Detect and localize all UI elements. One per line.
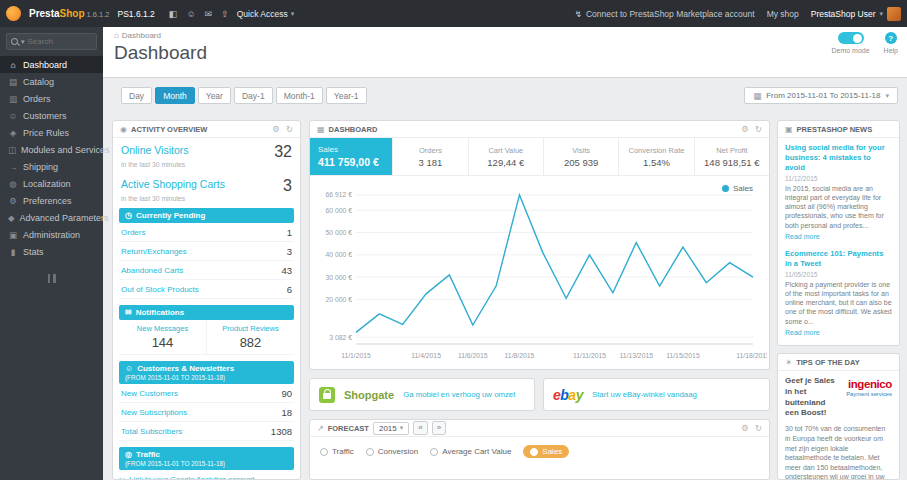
pending-orders-link[interactable]: Orders (121, 228, 145, 237)
total-subscribers-link[interactable]: Total Subscribers (121, 427, 182, 436)
sidebar-item-shipping[interactable]: →Shipping (0, 158, 103, 175)
refresh-icon[interactable]: ↻ (755, 423, 762, 433)
gear-icon[interactable]: ⚙ (741, 423, 749, 433)
new-customers-link[interactable]: New Customers (121, 389, 178, 398)
forecast-option-traffic[interactable]: Traffic (320, 447, 354, 456)
find-more-news-link[interactable]: Find more news (778, 340, 899, 346)
active-carts-label[interactable]: Active Shopping Carts (121, 178, 225, 190)
marketplace-connect-link[interactable]: ↯ Connect to PrestaShop Marketplace acco… (575, 9, 755, 19)
sidebar-item-customers[interactable]: ☺Customers (0, 107, 103, 124)
google-analytics-link-label: Link to your Google Analytics account (129, 475, 254, 480)
kpi-cart-value[interactable]: Cart Value129,44 € (468, 138, 543, 175)
search-icon (11, 38, 18, 45)
forecast-option-label: Sales (542, 447, 562, 456)
sidebar-item-dashboard[interactable]: ⌂Dashboard (0, 56, 103, 73)
kpi-label: Sales (318, 145, 338, 154)
period-year-button[interactable]: Year (198, 87, 231, 104)
google-analytics-link[interactable]: ↪ Link to your Google Analytics account (119, 475, 294, 480)
user-menu[interactable]: PrestaShop User ▾ (811, 7, 901, 21)
gear-icon[interactable]: ⚙ (272, 124, 280, 134)
person-icon[interactable]: ☺ (186, 9, 195, 19)
prev-year-button[interactable]: « (413, 421, 427, 435)
date-range-picker[interactable]: ▦ From 2015-11-01 To 2015-11-18 ▾ (744, 87, 898, 104)
sidebar-item-stats[interactable]: ▮Stats (0, 243, 103, 260)
tips-panel-header: ☀ TIPS OF THE DAY (778, 354, 899, 371)
sidebar-menu: ⌂Dashboard ▤Catalog ▥Orders ☺Customers ◈… (0, 56, 103, 260)
sidebar-item-price-rules[interactable]: ◈Price Rules (0, 124, 103, 141)
cart-icon[interactable]: ◧ (169, 9, 178, 19)
period-year-1-button[interactable]: Year-1 (326, 87, 367, 104)
table-row: Out of Stock Products6 (119, 280, 294, 299)
period-day-1-button[interactable]: Day-1 (234, 87, 273, 104)
online-visitors-label[interactable]: Online Visitors (121, 144, 189, 156)
out-of-stock-link[interactable]: Out of Stock Products (121, 285, 199, 294)
my-shop-link[interactable]: My shop (767, 9, 799, 19)
new-subscriptions-link[interactable]: New Subscriptions (121, 408, 187, 417)
traffic-title: Traffic (136, 450, 160, 459)
activity-panel-header: ◉ ACTIVITY OVERVIEW ⚙ ↻ (113, 121, 300, 138)
collapse-menu-button[interactable] (45, 274, 59, 283)
sidebar-item-label: Dashboard (23, 60, 67, 70)
kpi-visits[interactable]: Visits205 939 (543, 138, 618, 175)
topbar-right: ↯ Connect to PrestaShop Marketplace acco… (575, 7, 901, 21)
forecast-option-sales[interactable]: Sales (523, 445, 569, 458)
kpi-label: Visits (572, 146, 590, 155)
kpi-sales[interactable]: Sales411 759,00 € (310, 138, 392, 175)
product-reviews-link[interactable]: Product Reviews (207, 324, 294, 333)
article-title-link[interactable]: Using social media for your business: 4 … (785, 143, 892, 173)
article-title-link[interactable]: Ecommerce 101: Payments in a Tweet (785, 249, 892, 269)
chevron-down-icon: ▾ (879, 10, 883, 18)
article-date: 11/12/2015 (785, 175, 892, 182)
svg-text:11/8/2015: 11/8/2015 (505, 352, 535, 359)
refresh-icon[interactable]: ↻ (286, 124, 293, 134)
kpi-orders[interactable]: Orders3 181 (392, 138, 467, 175)
kpi-value: 129,44 € (487, 157, 524, 168)
next-year-button[interactable]: » (432, 421, 446, 435)
year-select[interactable]: 2015 ▾ (373, 422, 409, 435)
kpi-net-profit[interactable]: Net Profit148 918,51 € (694, 138, 769, 175)
product-reviews-value: 882 (207, 335, 294, 350)
news-icon: ▣ (785, 125, 793, 134)
sidebar-item-advanced-parameters[interactable]: ◆Advanced Parameters (0, 209, 103, 226)
sidebar-item-preferences[interactable]: ⚙Preferences (0, 192, 103, 209)
shopgate-link[interactable]: Ga mobiel en verhoog uw omzet (403, 390, 515, 399)
search-input[interactable] (28, 37, 84, 46)
help-icon[interactable]: ? (885, 32, 897, 44)
trend-icon: ↗ (317, 424, 324, 433)
shop-name[interactable]: PS1.6.1.2 (118, 9, 155, 19)
sidebar-item-catalog[interactable]: ▤Catalog (0, 73, 103, 90)
gear-icon[interactable]: ⚙ (741, 124, 749, 134)
forecast-option-average-cart-value[interactable]: Average Cart Value (430, 447, 511, 456)
new-messages-link[interactable]: New Messages (119, 324, 206, 333)
read-more-link[interactable]: Read more (785, 328, 892, 337)
page-title: Dashboard (114, 42, 207, 64)
sidebar-item-orders[interactable]: ▥Orders (0, 90, 103, 107)
sidebar-item-modules[interactable]: ◫Modules and Services (0, 141, 103, 158)
article-excerpt-text: Picking a payment provider is one of the… (785, 281, 892, 325)
demo-mode-toggle[interactable] (838, 32, 864, 44)
forecast-option-conversion[interactable]: Conversion (366, 447, 418, 456)
period-day-button[interactable]: Day (121, 87, 152, 104)
activity-overview-panel: ◉ ACTIVITY OVERVIEW ⚙ ↻ Online Visitors … (112, 120, 301, 480)
abandoned-carts-link[interactable]: Abandoned Carts (121, 266, 183, 275)
calendar-icon: ▦ (753, 91, 761, 101)
pending-returns-link[interactable]: Return/Exchanges (121, 247, 187, 256)
chart-legend[interactable]: Sales (722, 184, 753, 193)
period-month-button[interactable]: Month (155, 87, 195, 104)
chat-icon[interactable]: ✉ (205, 9, 213, 19)
kpi-conversion-rate[interactable]: Conversion Rate1.54% (618, 138, 693, 175)
sidebar-search[interactable]: ▾ (6, 33, 97, 50)
sidebar-item-label: Administration (23, 230, 80, 240)
arrow-up-icon[interactable]: ⇧ (221, 9, 229, 19)
read-more-link[interactable]: Read more (785, 232, 892, 241)
tips-top: Geef je Sales in het buitenland een Boos… (785, 376, 892, 419)
stats-icon: ▮ (8, 247, 18, 257)
activity-panel-title: ACTIVITY OVERVIEW (131, 125, 207, 134)
ebay-link[interactable]: Start uw eBay-winkel vandaag (592, 390, 697, 399)
sidebar-item-localization[interactable]: ◍Localization (0, 175, 103, 192)
chevron-down-icon: ▾ (291, 10, 295, 18)
quick-access-menu[interactable]: Quick Access ▾ (237, 9, 295, 19)
period-month-1-button[interactable]: Month-1 (276, 87, 323, 104)
sidebar-item-administration[interactable]: ▣Administration (0, 226, 103, 243)
refresh-icon[interactable]: ↻ (755, 124, 762, 134)
